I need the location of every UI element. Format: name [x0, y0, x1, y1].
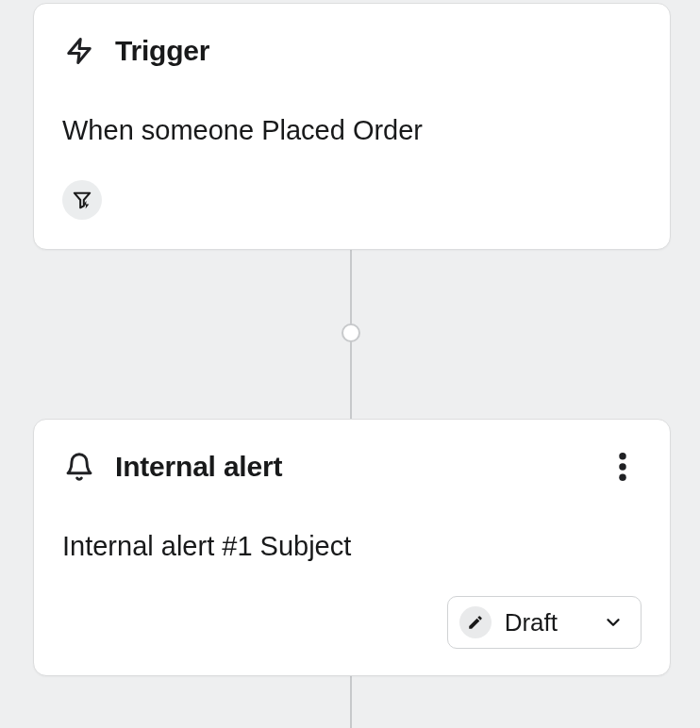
svg-marker-0	[69, 40, 91, 63]
status-label: Draft	[505, 608, 558, 637]
chevron-down-icon	[603, 612, 624, 633]
svg-point-3	[619, 453, 626, 460]
trigger-card-header: Trigger	[62, 32, 642, 70]
internal-alert-title: Internal alert	[115, 451, 282, 483]
svg-point-5	[619, 474, 626, 482]
status-dropdown[interactable]: Draft	[447, 596, 642, 649]
bell-icon	[62, 448, 96, 486]
flow-connector-node[interactable]	[342, 323, 360, 342]
trigger-title: Trigger	[115, 35, 209, 67]
trigger-card[interactable]: Trigger When someone Placed Order	[33, 3, 671, 250]
internal-alert-description: Internal alert #1 Subject	[62, 531, 642, 562]
svg-point-4	[619, 463, 626, 471]
more-options-button[interactable]	[604, 448, 642, 486]
trigger-description: When someone Placed Order	[62, 115, 642, 146]
pencil-icon	[459, 606, 492, 638]
internal-alert-card-header: Internal alert	[62, 448, 642, 486]
lightning-icon	[62, 32, 96, 70]
internal-alert-card[interactable]: Internal alert Internal alert #1 Subject…	[33, 419, 671, 676]
trigger-filter-icon[interactable]	[62, 180, 102, 220]
